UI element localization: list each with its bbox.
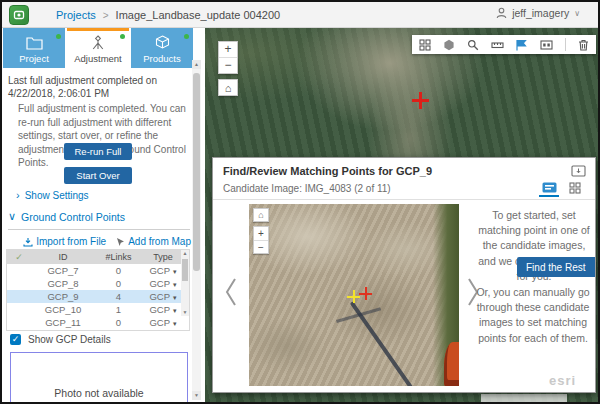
image-zoom-control: + − <box>253 226 269 254</box>
tab-status-dot-icon <box>56 34 61 39</box>
show-gcp-details-label: Show GCP Details <box>28 334 111 345</box>
match-point-marker-red <box>359 287 372 300</box>
person-icon <box>496 7 507 19</box>
esri-watermark: esri <box>549 373 576 388</box>
zoom-in-button[interactable]: + <box>219 42 237 58</box>
gcp-table-rows: GCP_70GCP▾GCP_80GCP▾GCP_94GCP▾GCP_101GCP… <box>7 264 189 330</box>
gcp-table-row[interactable]: GCP_101GCP▾ <box>7 303 189 316</box>
scroll-up-icon[interactable]: ▲ <box>192 60 201 69</box>
column-header-id: ID <box>31 252 95 262</box>
gcp-row-type-dropdown[interactable]: GCP▾ <box>142 291 184 302</box>
gcp-table-row[interactable]: GCP_94GCP▾ <box>7 290 189 303</box>
map-attribution <box>481 394 567 402</box>
orange-target-object <box>444 342 459 386</box>
gcp-table-row[interactable]: GCP_110GCP▾ <box>7 316 189 329</box>
gcp-actions-row: Import from File Add from Map <box>2 236 191 247</box>
camera-glyph-icon <box>13 9 25 21</box>
rerun-full-button[interactable]: Re-run Full <box>64 143 132 160</box>
find-the-rest-button[interactable]: Find the Rest <box>517 257 596 277</box>
gcp-row-type-dropdown[interactable]: GCP▾ <box>142 265 184 276</box>
caret-down-icon: ▾ <box>173 320 177 327</box>
divider <box>213 199 595 200</box>
gcp-row-links: 0 <box>95 317 142 328</box>
gcp-table: ✓ ID #Links Type GCP_70GCP▾GCP_80GCP▾GCP… <box>6 249 190 331</box>
tab-strip: Project Adjustment Products <box>2 28 205 68</box>
tab-adjustment[interactable]: Adjustment <box>67 28 129 68</box>
card-view-icon[interactable] <box>539 179 559 197</box>
breadcrumb-separator: > <box>103 10 109 21</box>
scrollbar-thumb[interactable] <box>182 259 188 281</box>
chevron-down-icon: ∨ <box>8 210 16 223</box>
tab-status-dot-icon <box>120 34 125 39</box>
scroll-up-icon[interactable]: ▲ <box>181 250 189 257</box>
left-panel-scrollbar[interactable]: ▲ ▼ <box>192 60 201 400</box>
start-over-button[interactable]: Start Over <box>64 167 132 184</box>
show-settings-label: Show Settings <box>25 190 89 201</box>
breadcrumb: Projects > Image_Landbase_update 004200 <box>56 9 280 21</box>
add-from-map-label: Add from Map <box>128 236 191 247</box>
image-collection-icon[interactable] <box>419 39 431 51</box>
basemap-icon[interactable] <box>443 39 455 51</box>
user-name: jeff_imagery <box>512 7 569 19</box>
gcp-row-links: 1 <box>95 304 142 315</box>
gcp-table-row[interactable]: GCP_70GCP▾ <box>7 264 189 277</box>
photo-not-available-text: Photo not available <box>11 387 187 399</box>
show-settings-toggle[interactable]: › Show Settings <box>16 189 89 201</box>
zoom-out-button[interactable]: − <box>219 58 237 74</box>
gcp-photo-placeholder: Photo not available <box>10 352 188 402</box>
delete-icon[interactable] <box>578 39 589 51</box>
matching-points-icon[interactable] <box>515 39 528 51</box>
user-menu[interactable]: jeff_imagery ∨ <box>496 7 580 19</box>
candidate-image-viewer[interactable]: ⌂ + − <box>249 204 459 386</box>
table-scrollbar[interactable]: ▲ ▼ <box>181 250 189 316</box>
ortho-maker-logo-icon[interactable] <box>9 5 29 25</box>
display-settings-icon[interactable] <box>540 39 553 51</box>
image-zoom-out-button[interactable]: − <box>254 241 268 255</box>
panel-title: Find/Review Matching Points for GCP_9 <box>223 165 432 177</box>
gcp-row-type-dropdown[interactable]: GCP▾ <box>142 317 184 328</box>
gcp-table-header: ✓ ID #Links Type <box>7 250 189 264</box>
gcp-row-type-dropdown[interactable]: GCP▾ <box>142 304 184 315</box>
tab-status-dot-icon <box>184 34 189 39</box>
caret-down-icon: ▾ <box>173 281 177 288</box>
tab-label: Adjustment <box>74 53 122 64</box>
search-icon[interactable] <box>467 39 479 51</box>
gcp-table-row[interactable]: GCP_80GCP▾ <box>7 277 189 290</box>
tab-products[interactable]: Products <box>131 28 193 68</box>
tab-project[interactable]: Project <box>3 28 65 68</box>
caret-down-icon: ▾ <box>173 268 177 275</box>
gcp-section-toggle[interactable]: ∨ Ground Control Points <box>8 210 125 223</box>
gcp-row-id: GCP_9 <box>31 291 95 302</box>
scroll-down-icon[interactable]: ▼ <box>192 391 201 400</box>
scroll-down-icon[interactable]: ▼ <box>181 309 189 316</box>
map-cursor-icon <box>116 237 125 247</box>
divider <box>8 229 190 230</box>
add-from-map-link[interactable]: Add from Map <box>116 236 191 247</box>
gcp-map-marker[interactable] <box>412 92 429 109</box>
scrollbar-thumb[interactable] <box>193 73 200 271</box>
column-header-type: Type <box>142 252 184 262</box>
image-home-button[interactable]: ⌂ <box>253 208 269 222</box>
grid-view-icon[interactable] <box>565 179 585 197</box>
map-toolbar <box>412 35 596 54</box>
matching-points-panel: Find/Review Matching Points for GCP_9 Ca… <box>212 157 596 393</box>
image-zoom-in-button[interactable]: + <box>254 227 268 241</box>
tab-label: Project <box>19 53 49 64</box>
breadcrumb-projects-link[interactable]: Projects <box>56 9 96 21</box>
gcp-row-id: GCP_11 <box>31 317 95 328</box>
theodolite-icon <box>90 35 106 50</box>
home-extent-button[interactable]: ⌂ <box>218 79 238 96</box>
cube-icon <box>155 35 170 50</box>
screenshot-icon[interactable] <box>571 165 586 177</box>
candidate-image-label: Candidate Image: IMG_4083 (2 of 11) <box>223 183 391 194</box>
previous-image-button[interactable] <box>223 276 239 308</box>
measure-icon[interactable] <box>491 39 504 51</box>
checkbox-checked-icon: ✓ <box>10 334 21 345</box>
import-from-file-link[interactable]: Import from File <box>23 236 106 247</box>
top-bar: Projects > Image_Landbase_update 004200 … <box>2 2 598 28</box>
show-gcp-details-checkbox[interactable]: ✓ Show GCP Details <box>10 334 111 345</box>
column-header-links: #Links <box>95 252 142 262</box>
select-all-check-icon[interactable]: ✓ <box>7 252 31 262</box>
gcp-row-type-dropdown[interactable]: GCP▾ <box>142 278 184 289</box>
gcp-row-links: 4 <box>95 291 142 302</box>
